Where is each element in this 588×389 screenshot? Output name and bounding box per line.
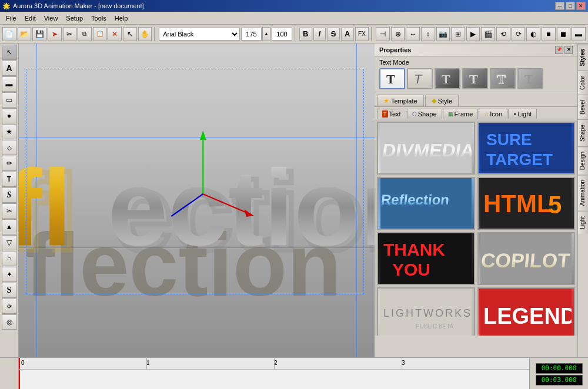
tool10[interactable]: ⟳ xyxy=(512,27,526,41)
flip-v-button[interactable]: ↕ xyxy=(421,27,435,41)
cursor-button[interactable]: ↖ xyxy=(123,27,137,41)
tool9[interactable]: ⟲ xyxy=(496,27,510,41)
triangle-down-button[interactable]: ▽ xyxy=(2,235,17,250)
canvas-area[interactable]: flection fl fl ection ection xyxy=(19,43,375,357)
camera-button[interactable]: 📷 xyxy=(436,27,450,41)
text-mode-btn-1[interactable]: T xyxy=(379,68,405,89)
prop-close-icon[interactable]: ✕ xyxy=(564,46,573,54)
tool13[interactable]: ◼ xyxy=(557,27,571,41)
grid-button[interactable]: ⊞ xyxy=(451,27,465,41)
style-item-html5[interactable]: HTML 5 xyxy=(477,177,576,230)
style-tab[interactable]: ◆ Style xyxy=(425,95,459,106)
text-mode-btn-5[interactable]: T xyxy=(490,68,516,89)
new-button[interactable]: 📄 xyxy=(2,27,16,41)
side-tab-shape[interactable]: Shape xyxy=(578,119,588,146)
template-tab[interactable]: ★ Template xyxy=(377,95,424,106)
tool12[interactable]: ■ xyxy=(542,27,556,41)
text-mode-btn-4[interactable]: T xyxy=(462,68,488,89)
close-button[interactable]: ✕ xyxy=(576,2,586,10)
animate-button[interactable]: 🎬 xyxy=(481,27,495,41)
triangle-button[interactable]: ▲ xyxy=(2,219,17,234)
minimize-button[interactable]: ─ xyxy=(555,2,564,10)
style-tab-shape[interactable]: ⬡ Shape xyxy=(407,109,442,119)
style-item-reflection[interactable]: Reflection Reflection xyxy=(377,177,475,230)
font-size-up[interactable]: ▲ xyxy=(262,27,270,41)
style-item-divmedia[interactable]: DIVMEDIA xyxy=(377,122,475,175)
style-tab-icon[interactable]: ☆ Icon xyxy=(479,109,507,119)
scissors-button[interactable]: ✂ xyxy=(2,203,17,219)
style-item-thankyou[interactable]: THANK YOU xyxy=(377,232,475,285)
fx-button[interactable]: FX xyxy=(355,27,369,41)
pencil-button[interactable]: ✏ xyxy=(2,156,17,171)
text-tool-button[interactable]: A xyxy=(2,61,17,76)
tool11[interactable]: ◐ xyxy=(526,27,540,41)
export-button[interactable]: ➤ xyxy=(48,27,62,41)
ornament-button[interactable]: ✦ xyxy=(2,267,17,282)
paste-button[interactable]: 📋 xyxy=(93,27,107,41)
render-button[interactable]: ▶ xyxy=(466,27,480,41)
side-tab-bevel[interactable]: Bevel xyxy=(578,95,588,119)
prop-pin-icon[interactable]: 📌 xyxy=(555,46,563,54)
menu-setup[interactable]: Setup xyxy=(62,12,86,24)
menu-edit[interactable]: Edit xyxy=(21,12,39,24)
side-tab-animation[interactable]: Animation xyxy=(578,175,588,210)
properties-title: Properties xyxy=(379,46,411,53)
style-item-lightworks[interactable]: LIGHTWORKS PUBLIC BETA xyxy=(377,287,475,336)
style-grid-container[interactable]: DIVMEDIA SURE TARGET xyxy=(375,119,577,336)
tool14[interactable]: ▬ xyxy=(572,27,586,41)
menu-tools[interactable]: Tools xyxy=(88,12,110,24)
text2-button[interactable]: T xyxy=(2,172,17,187)
rotate-button[interactable]: ⟳ xyxy=(2,299,17,314)
timeline-area: 0 1 2 3 00:00.000 00:03.000 xyxy=(0,357,588,389)
side-tab-design[interactable]: Design xyxy=(578,146,588,175)
font-size-input[interactable] xyxy=(241,28,262,41)
bold-button[interactable]: B xyxy=(299,28,312,41)
select-tool-button[interactable]: ↖ xyxy=(2,45,17,60)
strikethrough-button[interactable]: S xyxy=(327,28,340,41)
circle-button[interactable]: ● xyxy=(2,108,17,123)
style-item-copilot[interactable]: COPILOT xyxy=(477,232,576,285)
caps-button[interactable]: A xyxy=(341,28,354,41)
save-button[interactable]: 💾 xyxy=(32,27,46,41)
side-tab-light[interactable]: Light xyxy=(578,211,588,234)
spline-button[interactable]: S xyxy=(2,187,17,203)
timeline-track[interactable] xyxy=(19,370,529,389)
style-item-legend[interactable]: LEGEND xyxy=(477,287,576,336)
menu-help[interactable]: Help xyxy=(111,12,132,24)
menu-view[interactable]: View xyxy=(41,12,62,24)
circle-outline-button[interactable]: ○ xyxy=(2,251,17,266)
text-mode-btn-2[interactable]: T xyxy=(407,68,433,89)
style-tab-frame[interactable]: ▦ Frame xyxy=(443,109,479,119)
maximize-button[interactable]: □ xyxy=(566,2,575,10)
align-left-button[interactable]: ⊣ xyxy=(376,27,390,41)
svg-text:PUBLIC BETA: PUBLIC BETA xyxy=(416,323,454,330)
diamond-button[interactable]: ◇ xyxy=(2,140,17,155)
font-family-select[interactable]: Arial Black xyxy=(159,28,240,41)
flip-h-button[interactable]: ↔ xyxy=(406,27,420,41)
align-center-button[interactable]: ⊕ xyxy=(391,27,405,41)
italic-button[interactable]: I xyxy=(313,28,326,41)
rect-outline-button[interactable]: ▭ xyxy=(2,92,17,108)
font-width-input[interactable] xyxy=(272,28,292,41)
style-tab-text[interactable]: T Text xyxy=(377,109,406,119)
open-button[interactable]: 📂 xyxy=(18,27,32,41)
target-button[interactable]: ◎ xyxy=(2,314,17,330)
menu-file[interactable]: File xyxy=(2,12,20,24)
main-tab-row: ★ Template ◆ Style xyxy=(375,92,577,107)
spring-button[interactable]: S xyxy=(2,283,17,298)
canvas-viewport: flection fl fl ection ection xyxy=(19,43,375,357)
text-mode-btn-6[interactable]: T xyxy=(517,68,543,89)
text-mode-btn-3[interactable]: T xyxy=(435,68,460,89)
rect-solid-button[interactable]: ▬ xyxy=(2,76,17,92)
hand-button[interactable]: ✋ xyxy=(138,27,152,41)
svg-text:TARGET: TARGET xyxy=(486,150,553,169)
cut-button[interactable]: ✂ xyxy=(63,27,77,41)
side-tab-color[interactable]: Color xyxy=(578,71,588,95)
svg-text:T: T xyxy=(442,72,450,86)
star-button[interactable]: ★ xyxy=(2,124,17,139)
style-tab-light[interactable]: ● Light xyxy=(508,109,537,119)
delete-button[interactable]: ✕ xyxy=(108,27,122,41)
style-item-suretarget[interactable]: SURE TARGET xyxy=(477,122,576,175)
copy-button[interactable]: ⧉ xyxy=(78,27,92,41)
side-tab-styles[interactable]: Styles xyxy=(578,43,588,71)
